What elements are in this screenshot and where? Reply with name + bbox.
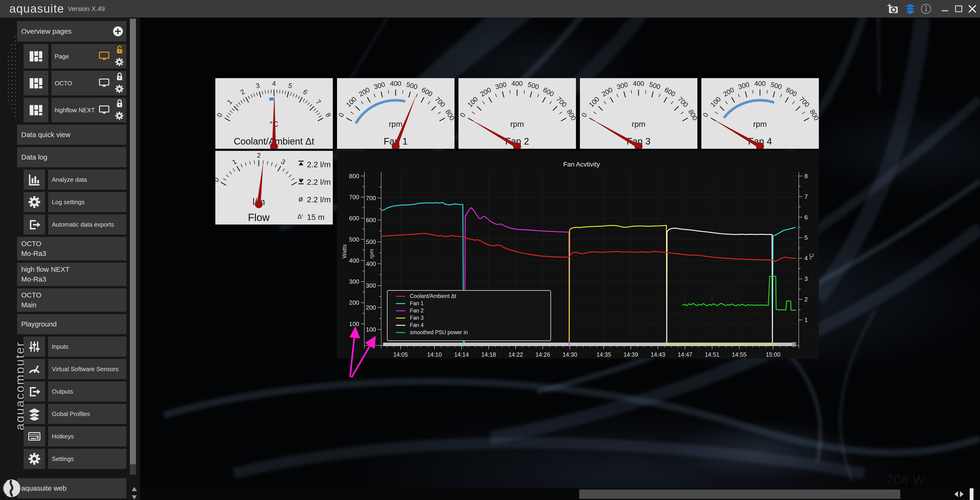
- page-label: OCTO: [55, 80, 72, 87]
- sidebar-section-data-log[interactable]: Data log: [17, 147, 126, 167]
- svg-text:500: 500: [648, 80, 661, 91]
- overview-pages-header: Overview pages: [17, 21, 126, 42]
- keyboard-icon[interactable]: [24, 427, 45, 446]
- gauge-flow: 01234l/mFlow2.2 l/m2.2 l/mø2.2 l/mΔt15 m: [215, 151, 333, 225]
- svg-text:14:18: 14:18: [481, 351, 496, 358]
- svg-text:t: t: [302, 213, 303, 217]
- page-thumbnail-icon[interactable]: [24, 71, 48, 96]
- svg-text:400: 400: [366, 260, 376, 267]
- sidebar-section-octo-mo-ra3[interactable]: OCTOMo-Ra3: [17, 237, 126, 260]
- page-settings-gear-icon[interactable]: [115, 111, 124, 121]
- svg-text:rpm: rpm: [389, 120, 402, 128]
- page-label: Page: [55, 53, 69, 60]
- series-coolant-ambient-t: [382, 233, 796, 262]
- svg-text:5: 5: [288, 81, 293, 90]
- svg-text:400: 400: [633, 80, 644, 87]
- svg-text:400: 400: [349, 257, 359, 264]
- maximize-button[interactable]: [953, 3, 964, 14]
- svg-text:500: 500: [349, 236, 359, 243]
- monitor-icon[interactable]: [99, 105, 110, 115]
- page-thumbnail-icon[interactable]: [24, 44, 48, 69]
- page-label: highflow NEXT: [55, 106, 95, 113]
- sidebar: aquacomputer Overview pages Page OCTO hi…: [0, 18, 140, 500]
- page-thumbnail-icon[interactable]: [24, 98, 48, 122]
- gauge-coolant-ambient-dt: 012345678°CCoolant/Ambient Δt: [215, 78, 333, 149]
- sidebar-page-page[interactable]: Page: [51, 44, 126, 69]
- sidebar-page-octo[interactable]: OCTO: [51, 71, 126, 96]
- svg-text:1: 1: [231, 158, 238, 166]
- svg-text:Fan Acvtivity: Fan Acvtivity: [563, 161, 600, 168]
- svg-text:rpm: rpm: [632, 120, 646, 128]
- svg-text:100: 100: [366, 326, 376, 333]
- sidebar-item-outputs[interactable]: Outputs: [48, 382, 126, 401]
- page-settings-gear-icon[interactable]: [115, 84, 124, 94]
- svg-text:Δ: Δ: [298, 213, 302, 220]
- svg-text:500: 500: [770, 80, 783, 91]
- lock-open-icon[interactable]: [116, 45, 123, 55]
- minimize-button[interactable]: [939, 3, 951, 14]
- svg-text:2.2 l/m: 2.2 l/m: [307, 160, 331, 169]
- item-label: Log settings: [52, 198, 84, 206]
- lock-closed-icon[interactable]: [116, 99, 123, 109]
- monitor-icon[interactable]: [99, 78, 110, 89]
- sidebar-item-virtual-software-sensors[interactable]: Virtual Software Sensors: [48, 359, 126, 379]
- svg-text:7: 7: [314, 98, 322, 106]
- item-label: Virtual Software Sensors: [52, 366, 119, 373]
- scrollbar-end-bar: [970, 488, 974, 500]
- svg-text:0: 0: [458, 112, 467, 118]
- sliders-icon[interactable]: [24, 337, 45, 357]
- svg-text:400: 400: [390, 80, 401, 87]
- svg-text:0: 0: [580, 112, 588, 118]
- sidebar-section-data-quick-view[interactable]: Data quick view: [17, 125, 126, 145]
- add-page-button[interactable]: [113, 26, 123, 37]
- profiles-layers-icon[interactable]: [904, 3, 916, 14]
- svg-text:3: 3: [804, 275, 808, 282]
- svg-text:600: 600: [420, 86, 434, 98]
- sidebar-section-octo-main[interactable]: OCTOMain: [17, 288, 126, 312]
- export-icon[interactable]: [24, 382, 45, 401]
- sidebar-item-analyze-data[interactable]: Analyze data: [48, 169, 126, 190]
- bar-chart-icon[interactable]: [24, 169, 45, 190]
- svg-text:500: 500: [527, 80, 540, 91]
- scrollbar-arrow-icons[interactable]: [953, 490, 967, 498]
- export-icon[interactable]: [24, 214, 45, 235]
- sidebar-item-hotkeys[interactable]: Hotkeys: [48, 427, 126, 446]
- svg-text:14:47: 14:47: [678, 351, 692, 358]
- scrollbar-thumb[interactable]: [579, 489, 900, 499]
- sidebar-item-gobal-profiles[interactable]: Gobal Profiles: [48, 404, 126, 424]
- close-button[interactable]: [966, 3, 978, 14]
- svg-text:200: 200: [349, 299, 359, 306]
- sidebar-section-playground[interactable]: Playground: [17, 314, 126, 334]
- gauge-fan-4: 0100200300400500600700800rpmFan 4: [702, 78, 819, 149]
- svg-text:400: 400: [511, 80, 523, 87]
- sidebar-item-settings[interactable]: Settings: [48, 449, 126, 469]
- sidebar-item-aquasuite-web[interactable]: aquasuite web: [17, 478, 126, 498]
- sidebar-page-highflow-next[interactable]: highflow NEXT: [51, 98, 126, 122]
- gear-icon[interactable]: [24, 192, 45, 212]
- svg-text:Fan 3: Fan 3: [410, 315, 424, 321]
- sidebar-item-log-settings[interactable]: Log settings: [48, 192, 126, 212]
- sidebar-scroll-arrows[interactable]: [131, 486, 138, 500]
- gauge-icon[interactable]: [24, 359, 45, 379]
- sidebar-scrollbar[interactable]: [130, 19, 136, 475]
- screenshot-camera-icon[interactable]: [887, 3, 899, 14]
- lock-closed-icon[interactable]: [116, 72, 123, 82]
- svg-text:rpm: rpm: [753, 120, 767, 128]
- main-horizontal-scrollbar[interactable]: [140, 488, 980, 500]
- aquacomputer-logo: [2, 479, 21, 498]
- svg-text:8: 8: [324, 112, 332, 118]
- layers-icon[interactable]: [24, 404, 45, 424]
- section-label: OCTOMain: [21, 290, 41, 310]
- svg-text:300: 300: [349, 278, 359, 285]
- gear-icon[interactable]: [24, 449, 45, 469]
- sidebar-item-automatic-data-exports[interactable]: Automatic data exports: [48, 214, 126, 235]
- svg-text:800: 800: [444, 108, 455, 122]
- svg-text:5: 5: [804, 234, 808, 241]
- sidebar-section-high-flow-next-mo-ra3[interactable]: high flow NEXTMo-Ra3: [17, 263, 126, 286]
- svg-text:200: 200: [358, 86, 371, 98]
- page-settings-gear-icon[interactable]: [115, 57, 124, 67]
- sidebar-item-inputs[interactable]: Inputs: [48, 337, 126, 357]
- monitor-icon[interactable]: [99, 51, 110, 62]
- info-icon[interactable]: [920, 3, 932, 14]
- gauge-fan-3: 0100200300400500600700800rpmFan 3: [580, 78, 697, 149]
